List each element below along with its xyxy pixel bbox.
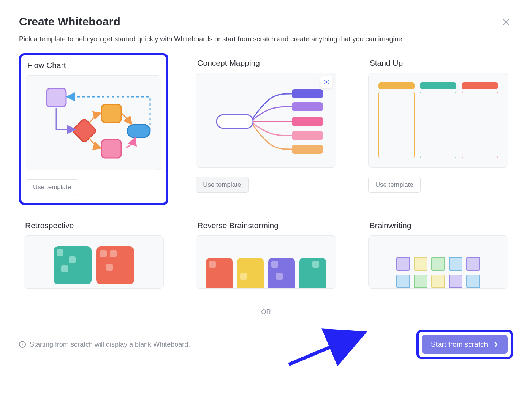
template-title: Stand Up [370,58,508,68]
scratch-hint: i Starting from scratch will display a b… [19,341,190,349]
frame-expand-icon [323,79,330,85]
template-card-brainwriting[interactable]: Brainwriting [364,216,513,296]
svg-rect-3 [72,118,97,143]
svg-rect-2 [101,140,121,158]
template-card-reverse-brainstorming[interactable]: Reverse Brainstorming [191,216,340,296]
scratch-highlight: Start from scratch [416,330,513,359]
svg-rect-6 [217,115,253,128]
svg-point-5 [326,81,327,83]
svg-rect-7 [292,89,323,98]
template-card-stand-up[interactable]: Stand Up Use template [364,53,513,205]
divider: OR [19,308,513,316]
close-icon [502,17,511,27]
expand-button[interactable] [320,76,332,88]
template-preview [26,75,162,170]
template-card-concept-mapping[interactable]: Concept Mapping [191,53,340,205]
concept-map-icon [201,79,331,162]
scratch-label: Start from scratch [431,340,488,349]
start-from-scratch-button[interactable]: Start from scratch [422,335,508,354]
template-grid: Flow Chart [19,53,513,296]
svg-rect-0 [46,88,66,107]
use-template-button[interactable]: Use template [196,177,248,193]
chevron-right-icon [493,342,499,347]
template-title: Concept Mapping [197,58,336,68]
template-preview [196,73,336,168]
template-preview [368,235,508,289]
template-title: Reverse Brainstorming [197,221,336,230]
template-card-flow-chart[interactable]: Flow Chart [19,53,168,205]
svg-rect-10 [292,131,323,140]
template-preview [24,235,164,289]
divider-label: OR [261,308,271,316]
svg-rect-4 [127,125,150,137]
close-button[interactable] [499,15,513,30]
use-template-button[interactable]: Use template [26,179,78,195]
svg-rect-9 [292,117,323,126]
template-preview [196,235,336,289]
use-template-button[interactable]: Use template [368,177,421,193]
svg-rect-11 [292,145,323,154]
template-title: Flow Chart [27,61,162,70]
template-title: Retrospective [25,221,164,230]
info-icon: i [19,341,26,348]
template-title: Brainwriting [370,221,508,230]
svg-rect-1 [101,104,121,123]
flow-chart-icon [29,81,158,164]
page-subtitle: Pick a template to help you get started … [19,35,513,43]
svg-rect-8 [292,102,323,111]
page-title: Create Whiteboard [19,15,120,28]
template-preview [368,73,508,168]
scratch-hint-text: Starting from scratch will display a bla… [30,341,190,349]
template-card-retrospective[interactable]: Retrospective [19,216,168,296]
